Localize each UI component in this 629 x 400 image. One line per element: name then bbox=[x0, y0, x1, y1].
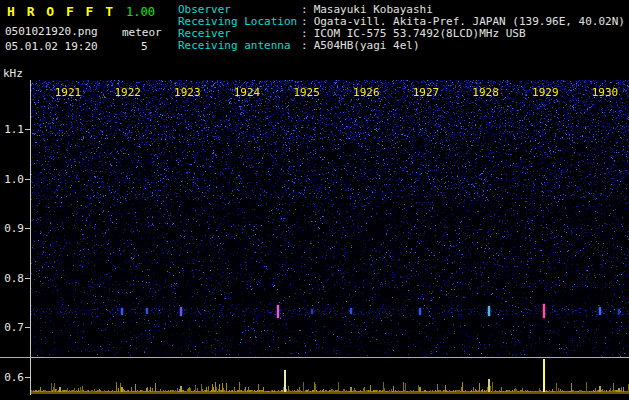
signal-level-canvas bbox=[0, 358, 629, 396]
frequency-tick-label: 1.0 bbox=[2, 173, 24, 186]
frequency-tick-label: 0.9 bbox=[2, 222, 24, 235]
spectrogram-canvas bbox=[31, 80, 629, 357]
meteor-echo-mark bbox=[277, 305, 279, 318]
frequency-tick-mark bbox=[25, 179, 30, 180]
info-label: Receiving antenna bbox=[178, 40, 301, 52]
frequency-tick-mark bbox=[25, 228, 30, 229]
meteor-echo-mark bbox=[618, 309, 620, 314]
time-tick-label: 1922 bbox=[114, 86, 141, 99]
info-value: A504HB(yagi 4el) bbox=[314, 39, 420, 52]
frequency-tick-mark bbox=[25, 327, 30, 328]
time-tick-label: 1923 bbox=[174, 86, 201, 99]
meteor-echo-mark bbox=[543, 304, 545, 318]
frequency-tick-label: 1.1 bbox=[2, 123, 24, 136]
frequency-tick-mark bbox=[25, 129, 30, 130]
output-filename: 0501021920.png bbox=[5, 25, 98, 38]
app-version: 1.00 bbox=[126, 5, 155, 19]
info-row-antenna: Receiving antenna:A504HB(yagi 4el) bbox=[178, 40, 625, 52]
observation-datetime: 05.01.02 19:20 bbox=[5, 40, 98, 53]
app-title: H R O F F T bbox=[7, 4, 115, 19]
frequency-tick-label: 0.7 bbox=[2, 321, 24, 334]
y-axis-line bbox=[30, 80, 31, 395]
hrofft-output: H R O F F T 1.00 0501021920.png meteor 5… bbox=[0, 0, 629, 400]
mode-value: 5 bbox=[141, 40, 148, 53]
time-tick-label: 1928 bbox=[472, 86, 499, 99]
time-tick-label: 1927 bbox=[413, 86, 440, 99]
time-tick-label: 1929 bbox=[532, 86, 559, 99]
meteor-echo-mark bbox=[419, 308, 421, 315]
info-separator: : bbox=[301, 39, 308, 52]
station-info: Observer:Masayuki Kobayashi Receiving Lo… bbox=[178, 4, 625, 52]
meteor-echo-mark bbox=[180, 307, 182, 316]
frequency-tick-label: 0.8 bbox=[2, 272, 24, 285]
time-tick-label: 1925 bbox=[293, 86, 320, 99]
time-tick-label: 1921 bbox=[55, 86, 82, 99]
time-tick-label: 1930 bbox=[592, 86, 619, 99]
meteor-echo-mark bbox=[350, 308, 352, 314]
frequency-tick-mark bbox=[25, 278, 30, 279]
time-tick-label: 1924 bbox=[234, 86, 261, 99]
meteor-echo-mark bbox=[121, 308, 123, 315]
mode-label: meteor bbox=[122, 26, 162, 39]
time-tick-label: 1926 bbox=[353, 86, 380, 99]
meteor-echo-mark bbox=[146, 308, 148, 314]
meteor-echo-mark bbox=[488, 306, 490, 316]
y-axis-unit-label: kHz bbox=[3, 67, 23, 80]
meteor-echo-mark bbox=[599, 307, 601, 315]
meteor-echo-mark bbox=[311, 309, 313, 314]
